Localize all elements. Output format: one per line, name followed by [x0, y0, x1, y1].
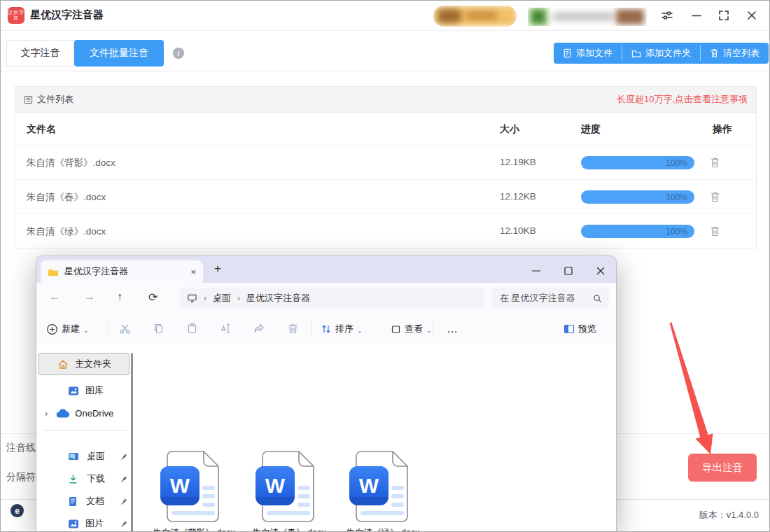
- file-explorer-window: 星优汉字注音器 × + ← → ↑ ⟳ ›: [36, 255, 617, 532]
- copy-icon[interactable]: [153, 323, 164, 335]
- share-icon[interactable]: [253, 323, 265, 335]
- minimize-icon[interactable]: [690, 9, 703, 22]
- file-tile-label: 朱自清《春》.docx: [240, 527, 338, 532]
- add-folder-label: 添加文件夹: [645, 47, 691, 59]
- breadcrumb-folder[interactable]: 星优汉字注音器: [246, 292, 310, 304]
- search-placeholder: 在 星优汉字注音器: [500, 292, 575, 304]
- add-file-label: 添加文件: [576, 47, 612, 59]
- tab-close-icon[interactable]: ×: [190, 267, 196, 277]
- new-button[interactable]: 新建 ⌄: [46, 320, 89, 338]
- explorer-close-icon[interactable]: [595, 265, 606, 276]
- downloads-icon: [68, 474, 78, 484]
- breadcrumb[interactable]: › 桌面 › 星优汉字注音器: [180, 288, 484, 309]
- chevron-down-icon: ⌄: [357, 327, 363, 334]
- word-letter: W: [170, 474, 190, 497]
- sidebar-item-desktop[interactable]: 桌面: [36, 447, 140, 466]
- more-icon: …: [447, 323, 458, 335]
- clear-list-label: 清空列表: [723, 47, 760, 59]
- view-button-label: 查看: [405, 323, 423, 335]
- pin-icon: [120, 453, 127, 461]
- sidebar-item-downloads[interactable]: 下载: [36, 469, 140, 489]
- sidebar-desktop-label: 桌面: [87, 450, 105, 463]
- file-size: 12.19KB: [500, 157, 536, 167]
- table-row: 朱自清《背影》.docx 12.19KB 100%: [15, 146, 756, 180]
- more-button[interactable]: …: [447, 320, 458, 338]
- file-size: 12.10KB: [500, 225, 536, 236]
- sidebar-item-documents[interactable]: 文档: [36, 491, 140, 511]
- app-titlebar: 汉拼字音 星优汉字注音器: [1, 1, 769, 31]
- sidebar-item-pictures[interactable]: 图片: [36, 514, 140, 532]
- preview-button[interactable]: 预览: [564, 320, 596, 338]
- col-size: 大小: [500, 123, 519, 136]
- up-icon[interactable]: ↑: [117, 290, 122, 303]
- expand-chevron-icon[interactable]: ›: [45, 408, 48, 419]
- row-delete-icon[interactable]: [710, 225, 720, 237]
- settings-label-fragment: 分隔符: [6, 471, 36, 484]
- close-icon[interactable]: [746, 9, 758, 22]
- file-name: 朱自清《春》.docx: [27, 191, 106, 204]
- cut-icon[interactable]: [119, 323, 131, 335]
- row-delete-icon[interactable]: [710, 157, 720, 168]
- pin-icon: [120, 475, 127, 483]
- file-tile-label: 朱自清《绿》.docx: [334, 527, 432, 532]
- explorer-minimize-icon[interactable]: [531, 265, 542, 276]
- info-icon[interactable]: i: [173, 48, 184, 59]
- explorer-maximize-icon[interactable]: [563, 265, 574, 276]
- explorer-toolbar: 新建 ⌄ 排序: [36, 314, 616, 345]
- export-button-label: 导出注音: [702, 461, 743, 475]
- sidebar-item-home[interactable]: 主文件夹: [38, 353, 130, 375]
- add-folder-icon: [631, 49, 641, 58]
- row-delete-icon[interactable]: [710, 191, 720, 202]
- length-notice-link[interactable]: 长度超10万字,点击查看注意事项: [617, 93, 748, 106]
- chevron-right-icon: ›: [204, 293, 206, 303]
- file-tile[interactable]: W 朱自清《绿》.docx: [334, 451, 432, 532]
- maximize-icon[interactable]: [718, 9, 730, 22]
- settings-sliders-icon[interactable]: [661, 9, 673, 22]
- tab-text-annotate[interactable]: 文字注音: [6, 40, 74, 66]
- sidebar-item-gallery[interactable]: 图库: [36, 381, 140, 400]
- paste-icon[interactable]: [186, 323, 198, 335]
- tab-batch-label: 文件批量注音: [90, 47, 148, 59]
- file-tile-label: 朱自清《背影》.docx: [145, 527, 243, 532]
- search-icon: [593, 294, 602, 303]
- app-window: 汉拼字音 星优汉字注音器: [0, 0, 770, 532]
- pin-icon: [120, 498, 127, 505]
- view-button[interactable]: 查看 ⌄: [391, 320, 432, 338]
- add-folder-button[interactable]: 添加文件夹: [622, 43, 700, 64]
- toolbar-separator: [311, 320, 312, 338]
- refresh-icon[interactable]: ⟳: [148, 290, 158, 304]
- add-file-button[interactable]: 添加文件: [554, 43, 622, 64]
- col-filename: 文件名: [27, 123, 56, 136]
- back-icon[interactable]: ←: [49, 290, 60, 303]
- explorer-tab[interactable]: 星优汉字注音器 ×: [41, 260, 203, 283]
- toolbar-separator: [433, 320, 433, 338]
- word-doc-icon: W: [255, 451, 323, 522]
- delete-icon[interactable]: [287, 323, 299, 335]
- breadcrumb-desktop[interactable]: 桌面: [213, 292, 231, 304]
- progress-value: 100%: [666, 158, 687, 168]
- desktop-icon: [68, 451, 79, 461]
- file-list-header: 文件列表 长度超10万字,点击查看注意事项: [15, 87, 756, 113]
- sidebar-divider: [43, 430, 127, 430]
- sidebar-item-onedrive[interactable]: › OneDrive: [36, 403, 140, 423]
- sidebar-documents-label: 文档: [86, 495, 104, 507]
- forward-icon[interactable]: →: [84, 290, 95, 303]
- export-button[interactable]: 导出注音: [688, 454, 757, 482]
- app-title: 星优汉字注音器: [30, 8, 104, 22]
- file-tile[interactable]: W 朱自清《背影》.docx: [145, 451, 243, 532]
- file-tile[interactable]: W 朱自清《春》.docx: [240, 451, 338, 532]
- tab-batch-annotate[interactable]: 文件批量注音: [74, 40, 164, 66]
- sidebar-onedrive-label: OneDrive: [75, 408, 113, 419]
- clear-list-button[interactable]: 清空列表: [701, 43, 769, 64]
- redacted-user-info[interactable]: [528, 8, 647, 26]
- new-tab-icon[interactable]: +: [214, 262, 221, 276]
- sort-button[interactable]: 排序 ⌄: [321, 320, 363, 338]
- redacted-account-badge[interactable]: [433, 6, 517, 27]
- explorer-search-input[interactable]: 在 星优汉字注音器: [491, 288, 609, 309]
- sort-button-label: 排序: [335, 323, 354, 335]
- onedrive-icon: [56, 409, 70, 418]
- home-icon: [57, 359, 69, 370]
- rename-icon[interactable]: [220, 323, 232, 335]
- explorer-body: 主文件夹 图库 › OneDrive 桌面: [36, 344, 616, 532]
- sidebar-scrollbar[interactable]: [131, 353, 133, 532]
